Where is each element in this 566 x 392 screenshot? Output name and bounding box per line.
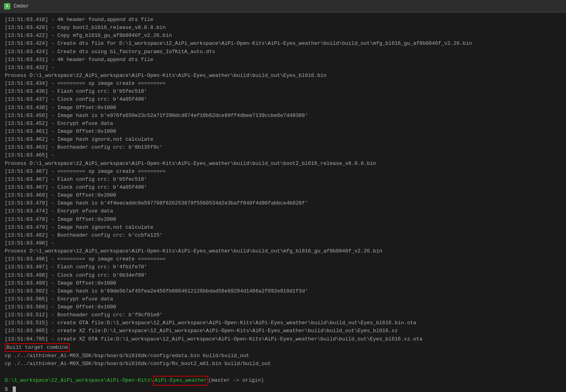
terminal-line: [13:51:03.478] - Image Offset:0x2000: [5, 216, 561, 224]
terminal-line: [13:51:03.479] - Image hash ignore,not c…: [5, 224, 561, 231]
terminal-line: [13:51:03.467] - Clock config crc: b'4a0…: [5, 184, 561, 191]
terminal-line: [13:51:03.462] - Image hash ignore,not c…: [5, 136, 561, 143]
terminal-line: [13:51:03.905] - create XZ file:D:\1_wor…: [5, 327, 561, 335]
terminal-line: [13:51:03.463] - Bootheader config crc: …: [5, 143, 561, 151]
terminal-line: [13:51:03.490] -: [5, 239, 561, 247]
prompt-line: D:\1_workspace\12_AiPi_workspace\AiPi-Op…: [5, 376, 561, 385]
terminal-line: [13:51:03.467] - ========= sp image crea…: [5, 168, 561, 176]
window-title: Cmder: [13, 3, 29, 9]
terminal-line: [13:51:03.512] - Bootheader config crc: …: [5, 311, 561, 319]
cursor-block: [13, 386, 16, 392]
terminal-line: [13:51:03.498] - Clock config crc: b'0b3…: [5, 272, 561, 279]
title-bar: λ Cmder: [0, 0, 566, 13]
terminal-line: [13:51:03.461] - Image Offset:0x1000: [5, 128, 561, 136]
terminal-line: [13:51:03.497] - Flash config crc: b'4fb…: [5, 263, 561, 271]
built-target-highlight: Built target combine: [5, 343, 70, 352]
terminal-line: [13:51:03.467] - Flash config crc: b'b5f…: [5, 176, 561, 184]
terminal-line: [13:51:03.431] - 4K header found,append …: [5, 56, 561, 64]
terminal-line: [13:51:03.450] - Image hash is b'e976fa6…: [5, 112, 561, 120]
terminal-line: [13:51:03.496] - ========= sp image crea…: [5, 255, 561, 263]
prompt-dollar: $: [5, 386, 8, 392]
app-icon: λ: [4, 3, 10, 10]
terminal-line: [13:51:03.422] - Copy mfg_bl616_gu_af8b0…: [5, 32, 561, 40]
terminal-output: [13:51:03.418] - 4K header found,append …: [0, 13, 566, 392]
terminal-line: [13:51:03.509] - Image Offset:0x1000: [5, 303, 561, 311]
terminal-line: Process D:\1_workspace\12_AiPi_workspace…: [5, 160, 561, 168]
cp-line-2: cp ./../aithinker_Ai-M6X_SDK/bsp/board/b…: [5, 360, 561, 368]
terminal-line: [13:51:03.482] - Bootheader config crc: …: [5, 231, 561, 239]
empty-line: [5, 368, 561, 376]
terminal-line: [13:51:03.436] - Flash config crc: b'b5f…: [5, 88, 561, 96]
prompt-branch: (master -> origin): [208, 377, 264, 384]
terminal-line: Process D:\1_workspace\12_AiPi_workspace…: [5, 247, 561, 255]
terminal-line: [13:51:03.515] - create OTA file:D:\1_wo…: [5, 319, 561, 327]
terminal-line: [13:51:03.432] -: [5, 64, 561, 72]
terminal-line: [13:51:03.505] - Encrypt efuse data: [5, 295, 561, 303]
terminal-line: [13:51:03.434] - ========= sp image crea…: [5, 80, 561, 88]
terminal-line: [13:51:03.424] - Create dts file for D:\…: [5, 40, 561, 48]
prompt-path-prefix: D:\1_workspace\12_AiPi_workspace\AiPi-Op…: [5, 377, 153, 384]
terminal-line: [13:51:03.438] - Image Offset:0x1000: [5, 104, 561, 112]
terminal-line: [13:51:03.469] - Image Offset:0x2000: [5, 191, 561, 199]
terminal-line: [13:51:03.499] - Image Offset:0x1000: [5, 279, 561, 287]
terminal-line: [13:51:03.420] - Copy boot2_bl616_releas…: [5, 24, 561, 32]
terminal-line: [13:51:03.502] - Image hash is b'69de5b7…: [5, 287, 561, 295]
built-target-line: Built target combine: [5, 343, 561, 352]
cp-line-1: cp ./../aithinker_Ai-M6X_SDK/bsp/board/b…: [5, 352, 561, 360]
terminal-line: [13:51:03.474] - Encrypt efuse data: [5, 207, 561, 215]
terminal-line: [13:51:03.424] - Create dts using bl_fac…: [5, 48, 561, 56]
terminal-line: [13:51:03.418] - 4K header found,append …: [5, 16, 561, 24]
terminal-line: Process D:\1_workspace\12_AiPi_workspace…: [5, 72, 561, 80]
prompt-path-highlight: AiPi-Eyes_weather: [153, 376, 208, 385]
prompt-dollar-line: $: [5, 386, 561, 392]
terminal-line: [13:51:03.465] -: [5, 151, 561, 159]
terminal-line: [13:51:03.437] - Clock config crc: b'4a0…: [5, 96, 561, 103]
terminal-line: [13:51:03.470] - Image hash is b'4f4eeca…: [5, 199, 561, 207]
terminal-line: [13:51:04.785] - create XZ OTA file:D:\1…: [5, 335, 561, 343]
terminal-line: [13:51:03.452] - Encrypt efuse data: [5, 120, 561, 128]
